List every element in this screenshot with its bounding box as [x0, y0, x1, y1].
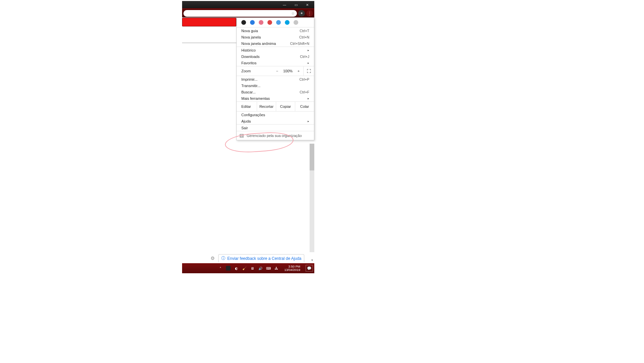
- menu-item-label: Histórico: [241, 48, 256, 52]
- svg-rect-2: [242, 135, 243, 136]
- extension-icon[interactable]: [294, 20, 298, 25]
- menu-cast[interactable]: Transmitir...: [237, 82, 314, 89]
- info-icon: ⓘ: [221, 256, 225, 261]
- divider-line: [182, 43, 236, 43]
- window-close-button[interactable]: ✕: [302, 1, 313, 8]
- tray-steam-icon[interactable]: ◐: [234, 266, 239, 271]
- svg-rect-4: [242, 136, 243, 137]
- menu-exit[interactable]: Sair: [237, 125, 314, 131]
- cut-button[interactable]: Recortar: [257, 102, 276, 111]
- feedback-bar: ⚙ ⓘ Enviar feedback sobre a Central de A…: [211, 254, 304, 262]
- zoom-value: 100%: [282, 69, 294, 73]
- menu-item-shortcut: Ctrl+P: [300, 77, 309, 81]
- menu-item-shortcut: Ctrl+J: [300, 55, 309, 59]
- menu-zoom-row: Zoom − 100% +: [237, 66, 314, 76]
- scroll-down-button[interactable]: ▾: [310, 258, 314, 262]
- zoom-label: Zoom: [237, 69, 272, 73]
- chrome-menu-button[interactable]: ⋮: [306, 10, 313, 17]
- fullscreen-icon: [307, 69, 311, 73]
- menu-incognito[interactable]: Nova janela anônima Ctrl+Shift+N: [237, 40, 314, 47]
- managed-label: Gerenciado pela sua organização: [247, 134, 302, 138]
- address-bar[interactable]: ☆: [183, 10, 297, 17]
- building-icon: [239, 133, 244, 138]
- menu-settings[interactable]: Configurações: [237, 112, 314, 118]
- window-maximize-button[interactable]: ▭: [290, 1, 302, 8]
- paste-button[interactable]: Colar: [295, 102, 314, 111]
- taskbar-clock[interactable]: 3:50 PM 13/04/2019: [282, 265, 302, 272]
- menu-history[interactable]: Histórico ▸: [237, 47, 314, 53]
- menu-item-shortcut: Ctrl+F: [300, 90, 309, 94]
- menu-edit-row: Editar Recortar Copiar Colar: [237, 102, 314, 111]
- extension-icon[interactable]: [267, 20, 272, 25]
- extension-icon[interactable]: [285, 20, 290, 25]
- svg-rect-1: [241, 135, 241, 136]
- browser-toolbar: ☆ ✶ ⋮: [182, 9, 314, 17]
- scrollbar-thumb[interactable]: [310, 144, 314, 170]
- menu-item-shortcut: Ctrl+Shift+N: [290, 42, 309, 46]
- menu-item-label: Nova janela anônima: [241, 42, 276, 46]
- chrome-main-menu: Nova guia Ctrl+T Nova janela Ctrl+N Nova…: [236, 17, 314, 140]
- bookmark-star-icon[interactable]: ☆: [291, 11, 295, 16]
- page-scrollbar[interactable]: ▾: [310, 144, 314, 252]
- chevron-right-icon: ▸: [308, 61, 309, 65]
- action-center-button[interactable]: 💬: [306, 265, 313, 272]
- menu-new-window[interactable]: Nova janela Ctrl+N: [237, 34, 314, 40]
- menu-help[interactable]: Ajuda ▸: [237, 118, 314, 124]
- window-titlebar: — ▭ ✕: [182, 1, 314, 9]
- tray-chevron-up-icon[interactable]: ˄: [218, 266, 223, 271]
- extension-icon[interactable]: [276, 20, 281, 25]
- tray-display-icon[interactable]: 🖥: [250, 266, 255, 271]
- svg-rect-3: [241, 136, 241, 137]
- menu-item-label: Imprimir...: [241, 77, 257, 81]
- menu-item-label: Nova guia: [241, 29, 258, 33]
- redacted-banner: [182, 18, 236, 26]
- menu-item-label: Sair: [241, 126, 248, 130]
- menu-item-label: Nova janela: [241, 35, 261, 39]
- chevron-right-icon: ▸: [308, 97, 309, 100]
- tray-app-icon[interactable]: [226, 266, 231, 271]
- chevron-right-icon: ▸: [308, 120, 309, 123]
- menu-item-label: Ajuda: [241, 119, 251, 123]
- menu-item-label: Downloads: [241, 55, 259, 59]
- window-minimize-button[interactable]: —: [279, 1, 290, 8]
- browser-window: — ▭ ✕ ☆ ✶ ⋮ Nova guia Ctrl+T Nova janela: [182, 1, 314, 273]
- feedback-label: Enviar feedback sobre a Central de Ajuda: [227, 256, 301, 261]
- gear-icon[interactable]: ⚙: [211, 256, 215, 261]
- chevron-right-icon: ▸: [308, 49, 309, 52]
- menu-bookmarks[interactable]: Favoritos ▸: [237, 60, 314, 66]
- windows-taskbar: ˄ ◐ 🧹 🖥 🔊 ⌨ 🖧 3:50 PM 13/04/2019 💬: [182, 263, 314, 273]
- tray-network-icon[interactable]: 🖧: [274, 266, 279, 271]
- tray-app-icon[interactable]: 🧹: [242, 266, 247, 271]
- fullscreen-button[interactable]: [303, 66, 314, 76]
- menu-managed-by-org[interactable]: Gerenciado pela sua organização: [237, 131, 314, 140]
- zoom-out-button[interactable]: −: [272, 69, 282, 73]
- menu-item-label: Favoritos: [241, 61, 256, 65]
- menu-print[interactable]: Imprimir... Ctrl+P: [237, 76, 314, 82]
- menu-item-shortcut: Ctrl+T: [300, 29, 309, 33]
- system-tray: ˄ ◐ 🧹 🖥 🔊 ⌨ 🖧 3:50 PM 13/04/2019 💬: [218, 265, 314, 272]
- menu-item-label: Buscar...: [241, 90, 256, 94]
- menu-item-label: Configurações: [241, 113, 265, 117]
- extension-icon[interactable]: [259, 20, 263, 25]
- extension-icon[interactable]: [250, 20, 255, 25]
- tray-keyboard-icon[interactable]: ⌨: [266, 266, 271, 271]
- clock-date: 13/04/2019: [284, 268, 300, 272]
- menu-item-shortcut: Ctrl+N: [299, 35, 309, 39]
- edit-label: Editar: [237, 102, 257, 111]
- extension-icon[interactable]: [241, 20, 246, 25]
- menu-item-label: Transmitir...: [241, 84, 260, 88]
- menu-new-tab[interactable]: Nova guia Ctrl+T: [237, 27, 314, 34]
- menu-downloads[interactable]: Downloads Ctrl+J: [237, 53, 314, 60]
- menu-item-label: Mais ferramentas: [241, 96, 270, 100]
- menu-more-tools[interactable]: Mais ferramentas ▸: [237, 95, 314, 101]
- profile-avatar-icon[interactable]: ✶: [298, 10, 305, 17]
- menu-find[interactable]: Buscar... Ctrl+F: [237, 89, 314, 95]
- zoom-in-button[interactable]: +: [294, 69, 303, 73]
- copy-button[interactable]: Copiar: [276, 102, 295, 111]
- svg-rect-0: [240, 134, 243, 137]
- tray-volume-icon[interactable]: 🔊: [258, 266, 263, 271]
- feedback-link[interactable]: ⓘ Enviar feedback sobre a Central de Aju…: [218, 254, 304, 262]
- extensions-row: [237, 18, 314, 27]
